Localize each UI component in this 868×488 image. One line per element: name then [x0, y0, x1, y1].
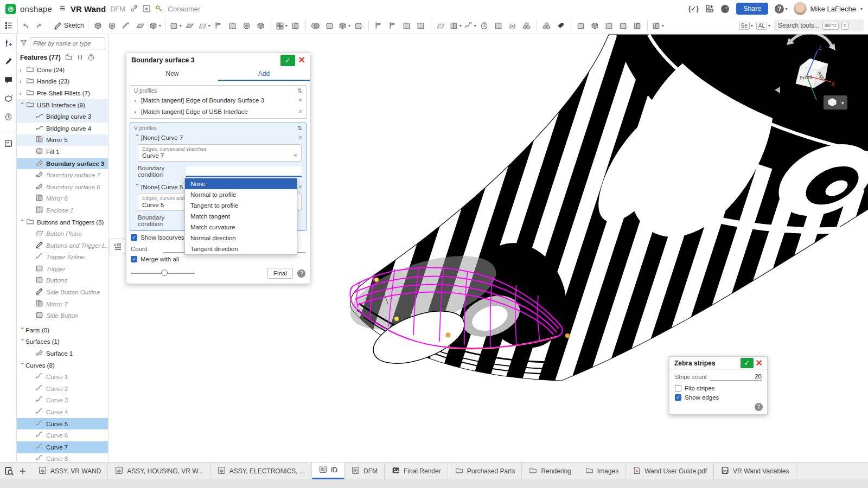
bc-option-none[interactable]: None: [185, 178, 297, 189]
sheet-metal-corner-icon[interactable]: [617, 18, 630, 33]
vertex-handle[interactable]: [565, 333, 570, 338]
fillet-icon[interactable]: ▾: [169, 18, 182, 33]
feature-item-curve-3[interactable]: Curve 3: [17, 395, 108, 407]
undo-icon[interactable]: [18, 18, 31, 33]
sweep-icon[interactable]: [120, 18, 133, 33]
filter-funnel-icon[interactable]: [20, 38, 28, 48]
move-face-icon[interactable]: [372, 18, 385, 33]
rollback-slider[interactable]: [131, 269, 195, 277]
feature-item-usb-interface-9[interactable]: ›USB Interface (9): [17, 99, 108, 111]
loft-icon[interactable]: [134, 18, 147, 33]
hole-icon[interactable]: [240, 18, 253, 33]
remove-icon[interactable]: ×: [298, 183, 302, 191]
remove-icon[interactable]: ×: [293, 152, 297, 159]
chevron-down-icon[interactable]: ›: [135, 134, 141, 141]
shell-icon[interactable]: [226, 18, 239, 33]
feature-item-buttons[interactable]: Buttons: [17, 275, 108, 287]
checkbox-checked-icon[interactable]: [131, 234, 137, 241]
app-store-icon[interactable]: [705, 4, 714, 13]
doc-tab-purchased-parts[interactable]: Purchased Parts: [448, 463, 522, 479]
fill-surface-icon[interactable]: [492, 18, 505, 33]
suppress-pause-icon[interactable]: [76, 54, 84, 61]
measure-marker-button[interactable]: [4, 57, 13, 68]
view-options-button[interactable]: ▾: [824, 95, 847, 110]
copy-link-icon[interactable]: [130, 5, 138, 13]
bc-option-normal-direction[interactable]: Normal direction: [185, 233, 297, 243]
vertex-handle[interactable]: [446, 333, 450, 337]
community-icon[interactable]: [720, 4, 730, 14]
feature-item-surfaces-1[interactable]: ›Surfaces (1): [17, 336, 108, 348]
feature-item-button-plane[interactable]: Button Plane: [17, 228, 108, 240]
bc-option-match-tangent[interactable]: Match tangent: [185, 211, 297, 222]
learning-center-button[interactable]: ?: [4, 94, 13, 105]
confirm-button[interactable]: ✓: [741, 358, 754, 368]
feature-item-mirror-7[interactable]: Mirror 7: [17, 298, 108, 310]
chevron-down-icon[interactable]: ›: [20, 362, 26, 368]
doc-tab-assy-electronics[interactable]: ASSY, ELECTRONICS, ...: [210, 463, 312, 479]
slider-knob[interactable]: [161, 269, 168, 276]
boss-icon[interactable]: [254, 18, 267, 33]
chevron-down-icon[interactable]: ›: [20, 219, 26, 225]
feature-item-buttons-and-triggers-8[interactable]: ›Buttons and Triggers (8): [17, 216, 108, 228]
share-button[interactable]: Share: [736, 3, 768, 15]
filter-input[interactable]: [30, 37, 105, 49]
doc-tab-wand-user-guide-pdf[interactable]: AWand User Guide.pdf: [626, 463, 714, 479]
chevron-right-icon[interactable]: ›: [20, 67, 25, 73]
comments-button[interactable]: [4, 75, 13, 86]
feature-item-curve-1[interactable]: Curve 1: [17, 371, 108, 383]
history-button[interactable]: [4, 112, 13, 123]
draft-icon[interactable]: ▾: [197, 18, 211, 33]
sketch-button[interactable]: Sketch: [53, 18, 85, 33]
chevron-down-icon[interactable]: ›: [20, 102, 26, 108]
chevron-down-icon[interactable]: ›: [135, 183, 141, 190]
document-title[interactable]: VR Wand: [71, 4, 106, 14]
sheet-metal-bend-icon[interactable]: [603, 18, 616, 33]
search-tools-input[interactable]: Search tools... alt/⌥ c: [774, 20, 864, 31]
feature-item-surface-1[interactable]: Surface 1: [17, 348, 108, 359]
mirror-icon[interactable]: [289, 18, 302, 33]
sheet-metal-convert-icon[interactable]: [589, 18, 602, 33]
bc-option-tangent-direction[interactable]: Tangent direction: [185, 243, 297, 254]
cancel-button[interactable]: ✕: [298, 56, 310, 65]
chevron-right-icon[interactable]: ›: [20, 90, 25, 97]
reorder-icon[interactable]: ⇅: [297, 125, 302, 132]
regen-timer-icon[interactable]: [87, 54, 95, 61]
feature-item-curve-5[interactable]: Curve 5: [17, 418, 108, 430]
redo-icon[interactable]: [33, 18, 46, 33]
feature-item-parts-0[interactable]: ›Parts (0): [17, 324, 108, 336]
feature-item-mirror-6[interactable]: Mirror 6: [17, 193, 108, 205]
delete-face-icon[interactable]: [386, 18, 399, 33]
feature-item-trigger[interactable]: Trigger: [17, 263, 108, 275]
rib-icon[interactable]: [212, 18, 225, 33]
new-folder-icon[interactable]: [65, 53, 73, 61]
doc-tab-images[interactable]: Images: [578, 463, 626, 479]
checkbox-checked-icon[interactable]: [675, 394, 681, 401]
remove-icon[interactable]: ×: [298, 108, 302, 115]
confirm-button[interactable]: ✓: [280, 55, 295, 66]
help-menu[interactable]: ? ▾: [775, 4, 787, 14]
onshape-logo-icon[interactable]: ◎: [5, 4, 16, 14]
v-profile-row[interactable]: › [None] Curve 7 ×: [130, 132, 306, 143]
feature-item-enclose-1[interactable]: Enclose 1: [17, 204, 108, 216]
insert-variable-button[interactable]: [4, 38, 13, 49]
sheet-metal-flange-icon[interactable]: [575, 18, 588, 33]
feature-item-curve-7[interactable]: Curve 7: [17, 441, 108, 453]
split-icon[interactable]: [323, 18, 336, 33]
feature-item-trigger-spline[interactable]: Trigger Spline: [17, 252, 108, 264]
versions-icon[interactable]: [142, 4, 151, 13]
chevron-right-icon[interactable]: ›: [20, 78, 25, 85]
selection-box[interactable]: Edges, curves and sketches Curve 7 ×: [138, 144, 302, 162]
feature-item-handle-23[interactable]: ›Handle (23): [17, 76, 108, 88]
sheet-metal-flat-icon[interactable]: [631, 18, 644, 33]
modify-fillet-icon[interactable]: ▾: [337, 18, 351, 33]
user-menu[interactable]: Mike LaFleche ▾: [794, 2, 863, 15]
feature-list-toggle-button[interactable]: [0, 17, 18, 34]
thicken-icon[interactable]: ▾: [148, 18, 162, 33]
curves-icon[interactable]: ▾: [463, 18, 477, 33]
replace-face-icon[interactable]: [414, 18, 427, 33]
tab-add[interactable]: Add: [218, 67, 310, 81]
feature-item-curve-8[interactable]: Curve 8: [17, 453, 108, 462]
feature-item-curves-8[interactable]: ›Curves (8): [17, 359, 108, 371]
tab-new[interactable]: New: [126, 67, 218, 81]
checkbox-checked-icon[interactable]: [131, 256, 137, 262]
